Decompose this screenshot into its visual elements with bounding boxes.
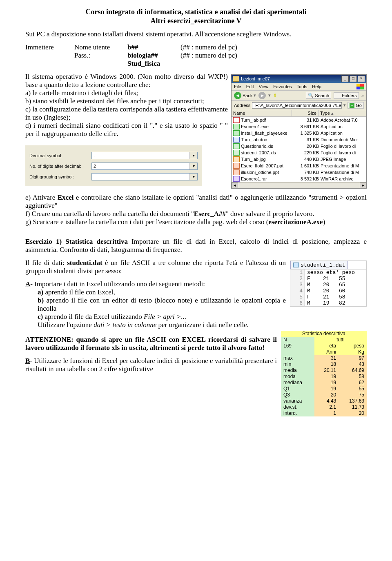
forward-button[interactable]: ► xyxy=(258,92,266,99)
file-row[interactable]: Questionario.xls20 KBFoglio di lavoro di xyxy=(232,143,366,149)
editor-line: 2F 21 55 xyxy=(290,276,366,282)
menu-file[interactable]: File xyxy=(234,84,241,89)
search-icon: 🔍 xyxy=(308,93,314,98)
dropdown-icon[interactable]: ▾ xyxy=(189,152,197,159)
col-size[interactable]: Size xyxy=(292,110,318,116)
maximize-button[interactable]: □ xyxy=(350,76,357,82)
file-row[interactable]: studenti_2007.xls229 KBFoglio di lavoro … xyxy=(232,149,366,156)
menu-bar: File Edit View Favorites Tools Help xyxy=(232,83,366,91)
editor-line: 1sesso eta' peso xyxy=(290,269,366,276)
decimal-symbol-label: Decimal symbol: xyxy=(29,153,91,158)
address-label: Address xyxy=(234,103,250,108)
decimal-symbol-input[interactable] xyxy=(92,152,189,159)
dropdown-icon[interactable]: ▾ xyxy=(189,174,197,180)
menu-view[interactable]: View xyxy=(259,84,269,89)
folder-icon xyxy=(336,94,341,98)
horizontal-scrollbar[interactable]: ◄► xyxy=(232,182,366,188)
menu-edit[interactable]: Edit xyxy=(246,84,254,89)
descriptive-stats-table: Statistica descrittivaNtutti169etàpesoAn… xyxy=(281,331,367,416)
folders-button[interactable]: Folders xyxy=(334,92,359,99)
file-row[interactable]: Eserc_IIold_2007.ppt1 601 KBPresentazion… xyxy=(232,163,366,169)
digit-grouping-label: Digit grouping symbol: xyxy=(29,174,91,179)
text-editor-window: studenti_1.dat 1sesso eta' peso2F 21 553… xyxy=(290,260,367,307)
minimize-button[interactable]: _ xyxy=(341,76,349,82)
regional-settings-panel: Decimal symbol: ▾ No. of digits after de… xyxy=(25,145,202,186)
doc-title: Corso integrato di informatica, statisti… xyxy=(25,7,367,17)
go-button[interactable]: →Go xyxy=(347,102,364,109)
chevron-icon[interactable]: » xyxy=(361,93,364,98)
back-button[interactable]: ◄Back▾ xyxy=(234,92,256,99)
digits-after-decimal-label: No. of digits after decimal: xyxy=(29,164,91,169)
explorer-window: Lezioni_mie07 _ □ × File Edit View Favor… xyxy=(231,74,367,189)
folder-icon xyxy=(233,76,239,82)
editor-line: 5F 21 58 xyxy=(290,294,366,300)
search-button[interactable]: 🔍Search xyxy=(306,92,331,99)
col-name[interactable]: Name xyxy=(232,110,292,116)
menu-tools[interactable]: Tools xyxy=(297,84,307,89)
editor-line: 4M 20 60 xyxy=(290,288,366,294)
credential-row-3: Stud_fisica xyxy=(25,60,367,68)
close-button[interactable]: × xyxy=(358,76,365,82)
editor-body: 1sesso eta' peso2F 21 553M 20 654M 20 60… xyxy=(290,269,366,306)
editor-line: 3M 20 65 xyxy=(290,282,366,288)
file-row[interactable]: Turn_lab.pdf31 KBAdobe Acrobat 7.0 xyxy=(232,117,366,123)
exercise-1-heading: Esercizio 1) Statistica descrittiva Impo… xyxy=(25,238,367,254)
file-row[interactable]: Turn_lab.doc31 KBDocumento di Micr xyxy=(232,136,366,143)
dropdown-icon[interactable]: ▾ xyxy=(343,102,346,108)
editor-line: 6M 19 82 xyxy=(290,300,366,306)
digits-after-decimal-input[interactable] xyxy=(92,163,189,169)
file-row[interactable]: Esonero1.exe3 691 KBApplication xyxy=(232,123,366,130)
file-row[interactable]: illusioni_ottiche.ppt748 KBPresentazione… xyxy=(232,169,366,176)
instructions-efg: e) Attivare Excel e controllare che sian… xyxy=(25,194,367,226)
menu-favorites[interactable]: Favorites xyxy=(273,84,292,89)
go-icon: → xyxy=(350,103,354,108)
window-titlebar: Lezioni_mie07 _ □ × xyxy=(232,75,366,83)
credential-row-2: Pass.: biologia## (## : numero del pc) xyxy=(25,51,367,60)
windows-logo-icon xyxy=(356,84,364,89)
window-title: Lezioni_mie07 xyxy=(241,76,270,81)
file-row[interactable]: Turn_lab.jpg440 KBJPEG Image xyxy=(232,156,366,163)
file-icon xyxy=(293,263,299,267)
col-type[interactable]: Type ▴ xyxy=(318,110,366,116)
toolbar: ◄Back▾ ► ▾ ⇧ 🔍Search Folders » xyxy=(232,91,366,101)
address-input[interactable]: F:\A_lavoro\A_lezioni\informatica2006-7\… xyxy=(252,102,342,109)
digit-grouping-input[interactable] xyxy=(92,174,189,180)
up-icon[interactable]: ⇧ xyxy=(273,93,277,98)
file-row[interactable]: Esonero1.rar3 592 KBWinRAR archive xyxy=(232,176,366,182)
editor-tab[interactable]: studenti_1.dat xyxy=(290,261,348,269)
intro-paragraph: Sui PC a disposizione sono istallati div… xyxy=(25,30,367,38)
menu-help[interactable]: Help xyxy=(312,84,321,89)
file-row[interactable]: install_flash_player.exe1 325 KBApplicat… xyxy=(232,130,366,136)
file-list: Turn_lab.pdf31 KBAdobe Acrobat 7.0Esoner… xyxy=(232,117,366,182)
credential-row-1: Immettere Nome utente b## (## : numero d… xyxy=(25,43,367,51)
file-list-header: Name Size Type ▴ xyxy=(232,110,366,117)
dropdown-icon[interactable]: ▾ xyxy=(189,163,197,169)
doc-subtitle: Altri esercizi_esercitazione V xyxy=(25,17,367,25)
address-bar: Address F:\A_lavoro\A_lezioni\informatic… xyxy=(232,101,366,110)
